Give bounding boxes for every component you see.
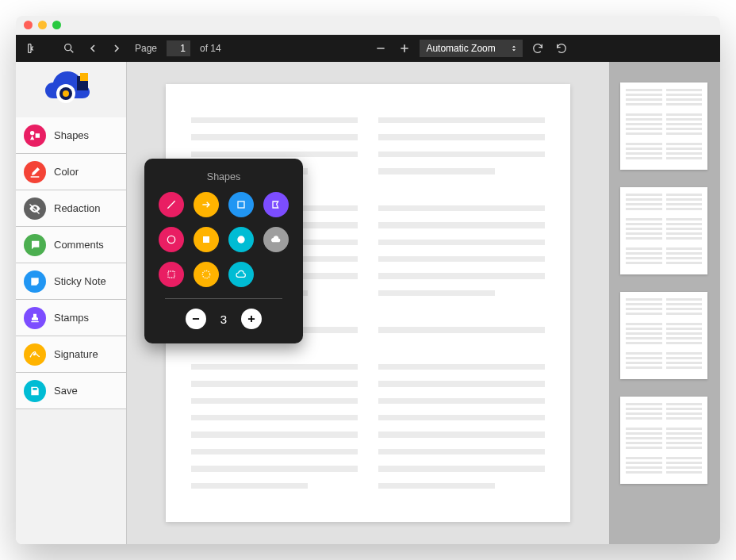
thumbnail[interactable] [620,292,707,379]
svg-point-3 [63,90,69,97]
shape-cloud-outline[interactable] [228,262,254,287]
shape-circle[interactable] [159,227,184,252]
sidebar-item-label: Stamps [54,312,89,324]
maximize-window-button[interactable] [52,21,61,29]
toggle-sidebar-button[interactable] [24,40,41,57]
thumbnail[interactable] [620,82,707,170]
shape-cloud-filled[interactable] [263,227,289,252]
zoom-out-button[interactable] [372,40,389,57]
sidebar-item-label: Shapes [54,129,89,141]
svg-point-7 [167,236,174,243]
sidebar-item-label: Save [54,385,78,397]
toolbar: Page of 14 Automatic Zoom [16,35,720,62]
shape-polygon[interactable] [263,192,289,217]
zoom-select-label: Automatic Zoom [426,43,495,54]
redaction-icon [24,198,46,220]
sidebar-item-redaction[interactable]: Redaction [16,190,126,227]
sidebar-item-label: Redaction [54,202,101,214]
close-window-button[interactable] [24,21,33,29]
shapes-grid [159,192,289,287]
page-column-right [378,117,545,489]
divider [165,298,282,299]
sidebar-item-save[interactable]: Save [16,373,126,409]
prev-page-button[interactable] [84,40,102,57]
shape-arrow[interactable] [194,192,219,217]
window-titlebar [16,16,720,35]
decrease-stroke-button[interactable] [186,309,206,329]
color-icon [24,161,46,183]
signature-icon [24,343,46,366]
svg-rect-6 [238,201,244,208]
svg-rect-5 [80,73,88,81]
content-area: Shapes Color Redaction Comments [16,62,720,544]
sidebar-item-label: Sticky Note [54,275,106,287]
shape-dotted-rect[interactable] [159,262,184,287]
thumbnail[interactable] [620,187,707,274]
zoom-select[interactable]: Automatic Zoom [420,40,523,57]
search-button[interactable] [60,40,78,57]
shapes-icon [24,125,46,147]
comments-icon [24,234,46,256]
sidebar-item-shapes[interactable]: Shapes [16,117,126,154]
minimize-window-button[interactable] [38,21,47,29]
thumbnail[interactable] [620,397,707,484]
app-logo [16,62,126,117]
save-icon [24,380,46,402]
rotate-cw-button[interactable] [529,40,546,57]
stroke-width-control: 3 [159,309,289,329]
svg-point-11 [202,270,209,278]
zoom-in-button[interactable] [396,40,413,57]
stroke-width-value: 3 [220,313,227,326]
stamps-icon [24,307,46,329]
shape-filled-circle[interactable] [228,227,254,252]
rotate-ccw-button[interactable] [553,40,570,57]
svg-point-0 [65,44,71,51]
sidebar-item-sticky-note[interactable]: Sticky Note [16,263,126,300]
svg-rect-8 [203,236,209,243]
svg-point-9 [237,236,244,243]
sidebar-item-label: Signature [54,348,98,360]
shape-rectangle[interactable] [228,192,254,217]
sidebar-item-color[interactable]: Color [16,154,126,190]
shape-line[interactable] [159,192,184,217]
sidebar: Shapes Color Redaction Comments [16,62,127,544]
sidebar-item-comments[interactable]: Comments [16,227,126,263]
svg-rect-10 [168,271,174,278]
page-number-input[interactable] [167,40,190,56]
shapes-popup: Shapes [144,159,303,343]
page-label: Page [135,43,157,54]
shapes-popup-title: Shapes [159,171,289,182]
shape-filled-rect[interactable] [194,227,219,252]
next-page-button[interactable] [108,40,125,57]
thumbnail-panel [609,62,720,544]
sidebar-item-stamps[interactable]: Stamps [16,300,126,336]
sidebar-item-label: Color [54,166,79,178]
increase-stroke-button[interactable] [241,309,262,329]
app-window: Page of 14 Automatic Zoom [16,16,720,544]
shape-dotted-circle[interactable] [194,262,219,287]
sticky-note-icon [24,270,46,293]
page-total-label: of 14 [200,43,221,54]
sidebar-item-signature[interactable]: Signature [16,336,126,373]
sidebar-item-label: Comments [54,239,104,251]
